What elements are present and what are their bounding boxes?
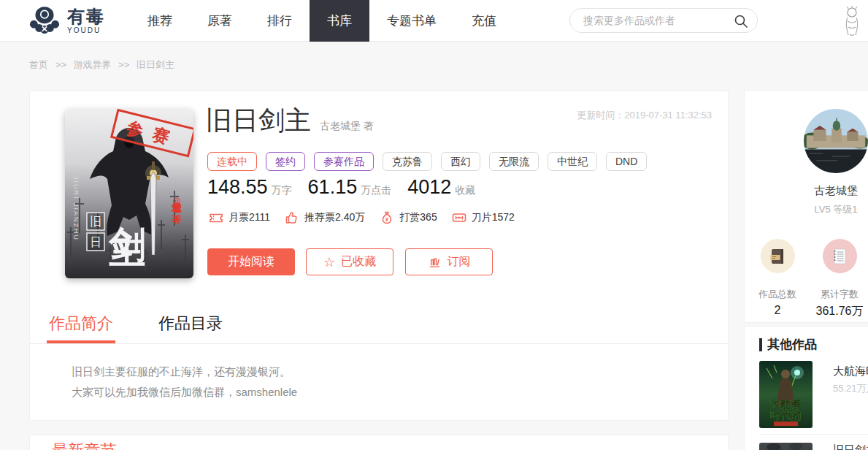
book-intro: 旧日剑主要征服的不止海洋，还有漫漫银河。 大家可以先加我微信后加微信群，sams… xyxy=(72,362,297,403)
blade-icon xyxy=(452,210,466,225)
star-icon: ☆ xyxy=(323,256,335,269)
blade[interactable]: 刀片1572 xyxy=(452,210,515,225)
latest-chapters-card: 最新章节 xyxy=(29,435,729,450)
other-works-card: 其他作品 大航海 时代的 大航海时代 55.21万人气 xyxy=(744,326,868,450)
work-title[interactable]: 旧日剑主 xyxy=(833,443,868,450)
site-name-en: YOUDU xyxy=(67,26,105,34)
author-name[interactable]: 古老城堡 xyxy=(745,184,868,198)
intro-line: 旧日剑主要征服的不止海洋，还有漫漫银河。 xyxy=(72,362,297,382)
recommend-ticket[interactable]: 推荐票2.40万 xyxy=(285,210,365,225)
book-detail-card: JIURI JIANZHU 旧 日 剑主 古老城堡◎著 参赛 更新时间：2019… xyxy=(29,91,729,421)
reward[interactable]: ¥ 打赏365 xyxy=(380,210,437,225)
search-icon[interactable] xyxy=(734,14,748,28)
tab-intro[interactable]: 作品简介 xyxy=(47,313,115,343)
breadcrumb-separator: >> xyxy=(118,59,129,70)
tag-contest[interactable]: 参赛作品 xyxy=(314,152,374,171)
search-box xyxy=(569,8,758,33)
nav-item-booklists[interactable]: 专题书单 xyxy=(369,0,454,42)
tabs-divider xyxy=(30,343,728,344)
site-logo-text: 有毒 YOUDU xyxy=(67,7,105,34)
work-title[interactable]: 大航海时代 xyxy=(833,365,868,378)
works-divider xyxy=(759,434,868,435)
site-logo[interactable]: 有毒 YOUDU xyxy=(28,4,105,37)
search-input[interactable] xyxy=(583,9,729,32)
vote-row: 月票2111 推荐票2.40万 ¥ 打赏365 刀片1572 xyxy=(209,210,515,225)
tag-list: 连载中 签约 参赛作品 克苏鲁 西幻 无限流 中世纪 DND xyxy=(207,152,647,171)
stat-wordcount: 148.55万字 xyxy=(207,176,292,199)
title-row: 旧日剑主 古老城堡 著 xyxy=(206,103,374,139)
user-avatar[interactable] xyxy=(840,5,864,37)
notebook-icon xyxy=(768,247,787,266)
book-cover[interactable]: JIURI JIANZHU 旧 日 剑主 古老城堡◎著 参赛 xyxy=(65,109,193,278)
breadcrumb: 首页 >> 游戏异界 >> 旧日剑主 xyxy=(29,58,179,72)
castle-photo xyxy=(804,109,868,173)
nav-item-recharge[interactable]: 充值 xyxy=(454,0,514,42)
svg-text:时代的: 时代的 xyxy=(770,409,801,421)
breadcrumb-current: 旧日剑主 xyxy=(137,59,174,70)
work-cover-jiuri[interactable] xyxy=(759,443,813,450)
work-popularity: 55.21万人气 xyxy=(833,382,868,395)
subscribe-books-icon xyxy=(428,255,442,269)
book-stats: 148.55万字 61.15万点击 4012收藏 xyxy=(207,176,475,199)
nav-item-original[interactable]: 原著 xyxy=(190,0,250,42)
tag-serializing[interactable]: 连载中 xyxy=(207,152,257,171)
author-level: LV5 等级1 xyxy=(745,203,868,216)
jiuri-book-art xyxy=(759,443,813,450)
favorited-button[interactable]: ☆ 已收藏 xyxy=(306,248,393,275)
tag-infinite-flow[interactable]: 无限流 xyxy=(489,152,539,171)
nav-item-library-active[interactable]: 书库 xyxy=(310,0,369,42)
heading-bar xyxy=(759,338,762,351)
monthly-ticket[interactable]: 月票2111 xyxy=(209,210,270,225)
work-cover-ocean[interactable]: 大航海 时代的 xyxy=(759,361,813,428)
tag-dnd[interactable]: DND xyxy=(606,152,647,171)
thumbs-up-icon xyxy=(285,210,299,225)
ocean-book-art: 大航海 时代的 xyxy=(759,361,813,428)
tag-signed[interactable]: 签约 xyxy=(266,152,305,171)
site-name: 有毒 xyxy=(67,7,105,26)
main-nav: 推荐 原著 排行 书库 专题书单 充值 xyxy=(130,0,514,42)
breadcrumb-home[interactable]: 首页 xyxy=(29,59,48,70)
book-cover-art: JIURI JIANZHU 旧 日 剑主 古老城堡◎著 参赛 xyxy=(65,109,193,278)
tag-cthulhu[interactable]: 克苏鲁 xyxy=(383,152,432,171)
start-reading-button[interactable]: 开始阅读 xyxy=(207,248,295,275)
svg-text:¥: ¥ xyxy=(385,216,389,223)
money-bag-icon: ¥ xyxy=(380,210,394,225)
svg-text:大航海: 大航海 xyxy=(770,398,801,410)
author-stat-words: 累计字数 361.76万 xyxy=(807,239,868,319)
intro-line: 大家可以先加我微信后加微信群，samshenlele xyxy=(72,382,297,403)
author-avatar[interactable] xyxy=(804,109,868,173)
octopus-logo-icon xyxy=(28,4,61,37)
latest-chapters-heading: 最新章节 xyxy=(52,440,116,450)
subscribe-button[interactable]: 订阅 xyxy=(405,248,493,275)
notepad-icon xyxy=(830,247,849,266)
author-card: 古老城堡 LV5 等级1 作品总数 2 累计字数 361.76万 xyxy=(744,90,868,323)
nav-item-recommend[interactable]: 推荐 xyxy=(130,0,190,42)
stat-clicks: 61.15万点击 xyxy=(308,176,392,199)
book-author[interactable]: 古老城堡 著 xyxy=(320,120,374,133)
content-tabs: 作品简介 作品目录 xyxy=(47,313,225,343)
author-stat-works: 作品总数 2 xyxy=(745,239,810,317)
breadcrumb-separator: >> xyxy=(55,59,66,70)
svg-text:日: 日 xyxy=(90,236,101,248)
page-title: 旧日剑主 xyxy=(206,103,311,139)
breadcrumb-category[interactable]: 游戏异界 xyxy=(73,59,111,70)
other-works-heading: 其他作品 xyxy=(759,336,817,353)
top-navbar: 有毒 YOUDU 推荐 原著 排行 书库 专题书单 充值 xyxy=(0,0,868,42)
ticket-icon xyxy=(209,210,223,225)
svg-text:旧: 旧 xyxy=(90,216,101,228)
cover-romanized-title: JIURI JIANZHU xyxy=(72,176,80,241)
tag-medieval[interactable]: 中世纪 xyxy=(548,152,597,171)
tab-catalog[interactable]: 作品目录 xyxy=(156,313,225,343)
tag-western-fantasy[interactable]: 西幻 xyxy=(441,152,480,171)
nav-item-ranking[interactable]: 排行 xyxy=(250,0,310,42)
update-time: 更新时间：2019-07-31 11:32:53 xyxy=(577,109,712,122)
stat-favorites: 4012收藏 xyxy=(407,176,475,199)
